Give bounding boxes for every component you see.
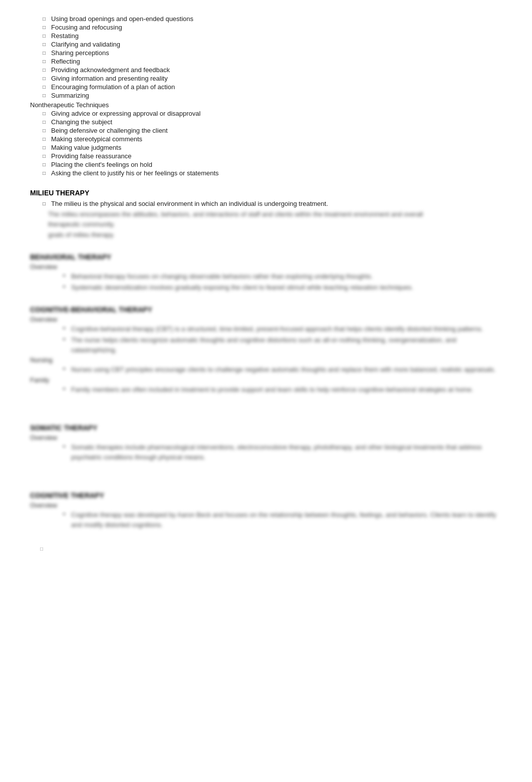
list-item: □ Focusing and refocusing: [30, 24, 502, 31]
milieu-bullet-item: □ The milieu is the physical and social …: [30, 200, 502, 207]
bullet-icon: □: [40, 66, 48, 73]
bullet-icon: □: [40, 110, 48, 116]
list-item: □ Giving information and presenting real…: [30, 75, 502, 82]
blurred-section-3: SOMATIC THERAPY Overview □ Somatic thera…: [30, 424, 502, 462]
list-item: □ Giving advice or expressing approval o…: [30, 110, 502, 117]
bullet-icon: □: [60, 442, 68, 449]
list-item: □ Providing acknowledgment and feedback: [30, 66, 502, 74]
list-item: □ Encouraging formulation of a plan of a…: [30, 83, 502, 91]
bullet-icon: □: [40, 92, 48, 98]
bullet-icon: □: [60, 510, 68, 516]
bullet-icon: □: [60, 283, 68, 289]
blurred-sub3: Family: [30, 376, 49, 384]
bullet-icon: □: [40, 15, 48, 22]
blurred-bullet-item: □ Family members are often included in t…: [40, 385, 502, 395]
list-item: □ Asking the client to justify his or he…: [30, 169, 502, 177]
blurred-bullet-item: □ Behavioral therapy focuses on changing…: [40, 272, 502, 282]
blurred-bullet-item: □ Systematic desensitization involves gr…: [40, 283, 502, 293]
milieu-title: MILIEU THERAPY: [30, 189, 502, 197]
list-item: □ Making value judgments: [30, 144, 502, 151]
blurred-bullet-item: □ Nurses using CBT principles encourage …: [40, 365, 502, 375]
list-item: □ Making stereotypical comments: [30, 135, 502, 143]
bullet-icon: □: [40, 144, 48, 150]
list-item: □ Restating: [30, 32, 502, 40]
bullet-icon: □: [40, 161, 48, 167]
blurred-section-subtitle-3: Overview: [30, 434, 57, 441]
bullet-icon: □: [40, 41, 48, 47]
blurred-bottom-title: COGNITIVE THERAPY: [30, 491, 104, 499]
bullet-icon: □: [40, 83, 48, 90]
blurred-sub2: Nursing: [30, 356, 53, 364]
bullet-icon: □: [40, 135, 48, 142]
list-item: □ Placing the client's feelings on hold: [30, 161, 502, 168]
bullet-icon: □: [40, 32, 48, 39]
list-item: □ Changing the subject: [30, 118, 502, 126]
blurred-bottom-section: COGNITIVE THERAPY Overview □ Cognitive t…: [30, 491, 502, 530]
blurred-section-2: COGNITIVE-BEHAVIORAL THERAPY Overview □ …: [30, 301, 502, 395]
list-item: □ Reflecting: [30, 58, 502, 65]
blurred-bullet-item: □ Cognitive therapy was developed by Aar…: [40, 510, 502, 530]
list-item: □ Using broad openings and open-ended qu…: [30, 15, 502, 23]
blurred-section-1: BEHAVIORAL THERAPY Overview □ Behavioral…: [30, 248, 502, 293]
bullet-icon: □: [40, 200, 48, 206]
bullet-icon: □: [60, 365, 68, 371]
blurred-bottom-subtitle: Overview: [30, 501, 57, 509]
bullet-icon: □: [40, 24, 48, 30]
list-item: □ Being defensive or challenging the cli…: [30, 127, 502, 134]
bullet-icon: □: [40, 49, 48, 56]
bullet-icon: □: [40, 152, 48, 159]
milieu-therapy-section: MILIEU THERAPY □ The milieu is the physi…: [30, 189, 502, 240]
blurred-bullet-item: □ The nurse helps clients recognize auto…: [40, 335, 502, 355]
bullet-icon: □: [40, 169, 48, 176]
bullet-icon: □: [60, 272, 68, 278]
blurred-section-title-1: BEHAVIORAL THERAPY: [30, 253, 111, 261]
list-item: □ Summarizing: [30, 92, 502, 99]
bullet-icon: □: [60, 385, 68, 391]
bullet-icon: □: [60, 335, 68, 342]
nontherapeutic-list: □ Giving advice or expressing approval o…: [30, 110, 502, 177]
bullet-icon: □: [40, 58, 48, 64]
blurred-bullet-item: □ Somatic therapies include pharmacologi…: [40, 442, 502, 462]
blurred-section-subtitle-1: Overview: [30, 263, 57, 271]
blurred-section-subtitle-2: Overview: [30, 316, 57, 323]
bullet-icon: □: [40, 127, 48, 133]
blurred-bullet-item: □ Cognitive-behavioral therapy (CBT) is …: [40, 324, 502, 334]
nontherapeutic-label: Nontherapeutic Techniques: [30, 101, 502, 109]
blurred-section-title-2: COGNITIVE-BEHAVIORAL THERAPY: [30, 306, 152, 314]
bullet-icon: □: [60, 324, 68, 331]
therapeutic-techniques-list: □ Using broad openings and open-ended qu…: [30, 15, 502, 99]
bullet-icon: □: [40, 118, 48, 125]
list-item: □ Sharing perceptions: [30, 49, 502, 57]
bullet-icon: □: [40, 75, 48, 81]
blurred-continuation: The milieu encompasses the attitudes, be…: [30, 209, 502, 240]
list-item: □ Providing false reassurance: [30, 152, 502, 160]
blurred-section-title-3: SOMATIC THERAPY: [30, 424, 97, 432]
trailing-bullet: □: [30, 545, 502, 552]
list-item: □ Clarifying and validating: [30, 41, 502, 48]
